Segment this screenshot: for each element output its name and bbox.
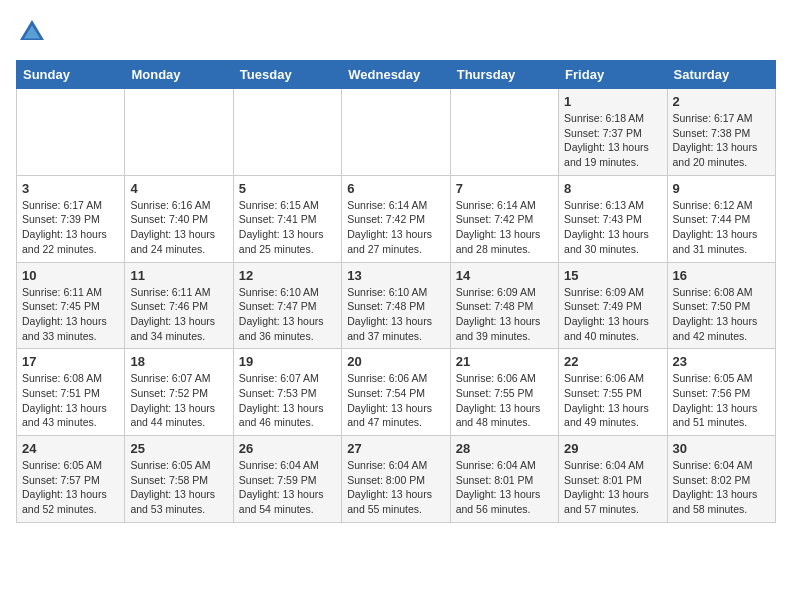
day-number: 1 <box>564 94 661 109</box>
day-info: Sunrise: 6:05 AM Sunset: 7:58 PM Dayligh… <box>130 458 227 517</box>
calendar-cell: 27Sunrise: 6:04 AM Sunset: 8:00 PM Dayli… <box>342 436 450 523</box>
day-number: 7 <box>456 181 553 196</box>
calendar-cell: 22Sunrise: 6:06 AM Sunset: 7:55 PM Dayli… <box>559 349 667 436</box>
day-info: Sunrise: 6:06 AM Sunset: 7:54 PM Dayligh… <box>347 371 444 430</box>
calendar-cell: 18Sunrise: 6:07 AM Sunset: 7:52 PM Dayli… <box>125 349 233 436</box>
calendar-cell: 13Sunrise: 6:10 AM Sunset: 7:48 PM Dayli… <box>342 262 450 349</box>
day-number: 25 <box>130 441 227 456</box>
day-number: 27 <box>347 441 444 456</box>
day-number: 15 <box>564 268 661 283</box>
day-number: 19 <box>239 354 336 369</box>
day-number: 17 <box>22 354 119 369</box>
weekday-header: Tuesday <box>233 61 341 89</box>
calendar-cell: 2Sunrise: 6:17 AM Sunset: 7:38 PM Daylig… <box>667 89 775 176</box>
day-info: Sunrise: 6:08 AM Sunset: 7:51 PM Dayligh… <box>22 371 119 430</box>
day-number: 18 <box>130 354 227 369</box>
calendar-cell: 23Sunrise: 6:05 AM Sunset: 7:56 PM Dayli… <box>667 349 775 436</box>
calendar-cell <box>17 89 125 176</box>
weekday-header: Monday <box>125 61 233 89</box>
day-number: 13 <box>347 268 444 283</box>
day-number: 30 <box>673 441 770 456</box>
calendar-cell: 17Sunrise: 6:08 AM Sunset: 7:51 PM Dayli… <box>17 349 125 436</box>
calendar-cell: 24Sunrise: 6:05 AM Sunset: 7:57 PM Dayli… <box>17 436 125 523</box>
calendar-cell: 19Sunrise: 6:07 AM Sunset: 7:53 PM Dayli… <box>233 349 341 436</box>
day-number: 11 <box>130 268 227 283</box>
day-info: Sunrise: 6:13 AM Sunset: 7:43 PM Dayligh… <box>564 198 661 257</box>
calendar-cell: 4Sunrise: 6:16 AM Sunset: 7:40 PM Daylig… <box>125 175 233 262</box>
day-number: 3 <box>22 181 119 196</box>
calendar-week-row: 1Sunrise: 6:18 AM Sunset: 7:37 PM Daylig… <box>17 89 776 176</box>
calendar-cell: 1Sunrise: 6:18 AM Sunset: 7:37 PM Daylig… <box>559 89 667 176</box>
calendar-cell: 21Sunrise: 6:06 AM Sunset: 7:55 PM Dayli… <box>450 349 558 436</box>
calendar-week-row: 17Sunrise: 6:08 AM Sunset: 7:51 PM Dayli… <box>17 349 776 436</box>
calendar-cell <box>125 89 233 176</box>
day-info: Sunrise: 6:11 AM Sunset: 7:45 PM Dayligh… <box>22 285 119 344</box>
day-info: Sunrise: 6:18 AM Sunset: 7:37 PM Dayligh… <box>564 111 661 170</box>
calendar-cell: 16Sunrise: 6:08 AM Sunset: 7:50 PM Dayli… <box>667 262 775 349</box>
calendar-cell: 26Sunrise: 6:04 AM Sunset: 7:59 PM Dayli… <box>233 436 341 523</box>
calendar-cell: 15Sunrise: 6:09 AM Sunset: 7:49 PM Dayli… <box>559 262 667 349</box>
weekday-header: Thursday <box>450 61 558 89</box>
day-number: 23 <box>673 354 770 369</box>
weekday-header: Wednesday <box>342 61 450 89</box>
day-info: Sunrise: 6:04 AM Sunset: 8:00 PM Dayligh… <box>347 458 444 517</box>
day-number: 20 <box>347 354 444 369</box>
day-info: Sunrise: 6:17 AM Sunset: 7:38 PM Dayligh… <box>673 111 770 170</box>
day-info: Sunrise: 6:06 AM Sunset: 7:55 PM Dayligh… <box>456 371 553 430</box>
day-info: Sunrise: 6:08 AM Sunset: 7:50 PM Dayligh… <box>673 285 770 344</box>
calendar-cell <box>233 89 341 176</box>
calendar-week-row: 24Sunrise: 6:05 AM Sunset: 7:57 PM Dayli… <box>17 436 776 523</box>
calendar-cell: 9Sunrise: 6:12 AM Sunset: 7:44 PM Daylig… <box>667 175 775 262</box>
day-number: 24 <box>22 441 119 456</box>
weekday-header-row: SundayMondayTuesdayWednesdayThursdayFrid… <box>17 61 776 89</box>
day-info: Sunrise: 6:16 AM Sunset: 7:40 PM Dayligh… <box>130 198 227 257</box>
day-info: Sunrise: 6:11 AM Sunset: 7:46 PM Dayligh… <box>130 285 227 344</box>
day-number: 26 <box>239 441 336 456</box>
day-info: Sunrise: 6:10 AM Sunset: 7:47 PM Dayligh… <box>239 285 336 344</box>
day-info: Sunrise: 6:04 AM Sunset: 8:01 PM Dayligh… <box>564 458 661 517</box>
day-number: 22 <box>564 354 661 369</box>
calendar-cell: 20Sunrise: 6:06 AM Sunset: 7:54 PM Dayli… <box>342 349 450 436</box>
calendar-cell: 14Sunrise: 6:09 AM Sunset: 7:48 PM Dayli… <box>450 262 558 349</box>
day-number: 2 <box>673 94 770 109</box>
day-number: 5 <box>239 181 336 196</box>
calendar-table: SundayMondayTuesdayWednesdayThursdayFrid… <box>16 60 776 523</box>
calendar-cell: 12Sunrise: 6:10 AM Sunset: 7:47 PM Dayli… <box>233 262 341 349</box>
day-info: Sunrise: 6:09 AM Sunset: 7:48 PM Dayligh… <box>456 285 553 344</box>
calendar-cell: 11Sunrise: 6:11 AM Sunset: 7:46 PM Dayli… <box>125 262 233 349</box>
day-number: 16 <box>673 268 770 283</box>
day-number: 4 <box>130 181 227 196</box>
day-number: 29 <box>564 441 661 456</box>
day-info: Sunrise: 6:17 AM Sunset: 7:39 PM Dayligh… <box>22 198 119 257</box>
day-info: Sunrise: 6:04 AM Sunset: 8:01 PM Dayligh… <box>456 458 553 517</box>
calendar-cell: 8Sunrise: 6:13 AM Sunset: 7:43 PM Daylig… <box>559 175 667 262</box>
day-info: Sunrise: 6:15 AM Sunset: 7:41 PM Dayligh… <box>239 198 336 257</box>
day-number: 6 <box>347 181 444 196</box>
day-number: 12 <box>239 268 336 283</box>
day-info: Sunrise: 6:14 AM Sunset: 7:42 PM Dayligh… <box>347 198 444 257</box>
calendar-cell: 6Sunrise: 6:14 AM Sunset: 7:42 PM Daylig… <box>342 175 450 262</box>
day-info: Sunrise: 6:06 AM Sunset: 7:55 PM Dayligh… <box>564 371 661 430</box>
calendar-cell: 3Sunrise: 6:17 AM Sunset: 7:39 PM Daylig… <box>17 175 125 262</box>
calendar-cell: 10Sunrise: 6:11 AM Sunset: 7:45 PM Dayli… <box>17 262 125 349</box>
day-info: Sunrise: 6:07 AM Sunset: 7:53 PM Dayligh… <box>239 371 336 430</box>
calendar-cell: 30Sunrise: 6:04 AM Sunset: 8:02 PM Dayli… <box>667 436 775 523</box>
day-number: 21 <box>456 354 553 369</box>
day-number: 10 <box>22 268 119 283</box>
day-info: Sunrise: 6:04 AM Sunset: 7:59 PM Dayligh… <box>239 458 336 517</box>
day-number: 9 <box>673 181 770 196</box>
day-info: Sunrise: 6:07 AM Sunset: 7:52 PM Dayligh… <box>130 371 227 430</box>
calendar-cell: 25Sunrise: 6:05 AM Sunset: 7:58 PM Dayli… <box>125 436 233 523</box>
weekday-header: Friday <box>559 61 667 89</box>
weekday-header: Saturday <box>667 61 775 89</box>
day-info: Sunrise: 6:09 AM Sunset: 7:49 PM Dayligh… <box>564 285 661 344</box>
calendar-cell <box>450 89 558 176</box>
day-number: 14 <box>456 268 553 283</box>
calendar-cell: 28Sunrise: 6:04 AM Sunset: 8:01 PM Dayli… <box>450 436 558 523</box>
day-info: Sunrise: 6:12 AM Sunset: 7:44 PM Dayligh… <box>673 198 770 257</box>
calendar-cell: 5Sunrise: 6:15 AM Sunset: 7:41 PM Daylig… <box>233 175 341 262</box>
day-info: Sunrise: 6:04 AM Sunset: 8:02 PM Dayligh… <box>673 458 770 517</box>
day-info: Sunrise: 6:05 AM Sunset: 7:56 PM Dayligh… <box>673 371 770 430</box>
calendar-cell: 7Sunrise: 6:14 AM Sunset: 7:42 PM Daylig… <box>450 175 558 262</box>
day-info: Sunrise: 6:14 AM Sunset: 7:42 PM Dayligh… <box>456 198 553 257</box>
